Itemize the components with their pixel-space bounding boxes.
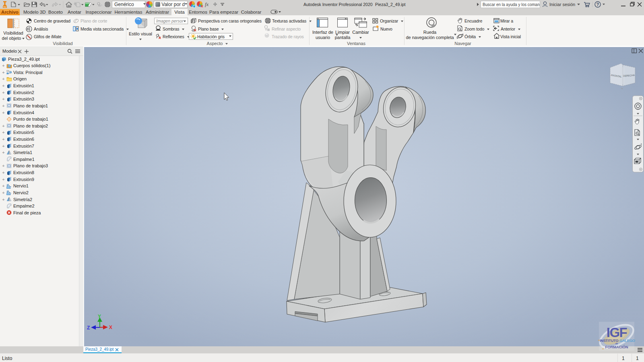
svg-text:IGF: IGF [607,325,627,340]
svg-text:fx: fx [205,1,209,7]
svg-text:GALEGO: GALEGO [619,339,635,343]
svg-text:Y: Y [98,314,101,319]
svg-text:X: X [109,325,112,330]
svg-text:PRO: PRO [4,6,6,8]
svg-text:?: ? [597,2,599,7]
svg-text:FORMACIÓN: FORMACIÓN [605,345,628,349]
svg-text:Z: Z [87,325,90,331]
